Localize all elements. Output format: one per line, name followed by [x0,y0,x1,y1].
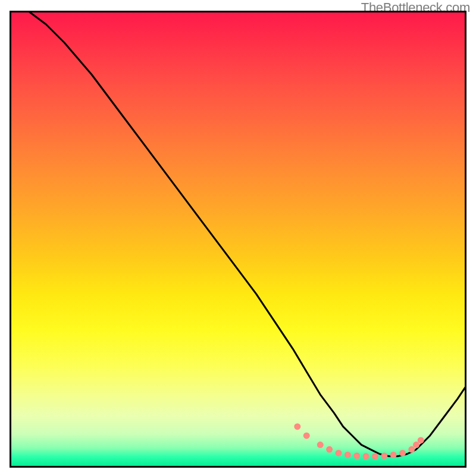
chart-container: TheBottleneck.com [0,0,476,476]
plot-gradient-area [10,11,466,468]
